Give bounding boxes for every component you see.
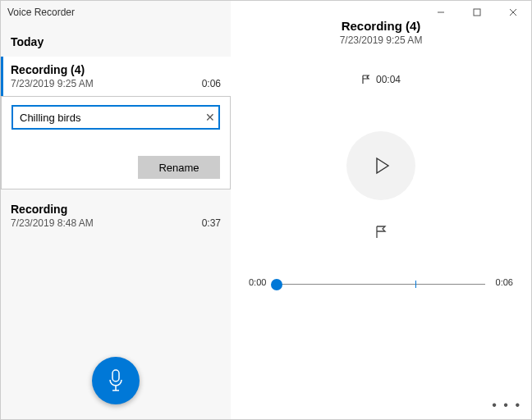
add-marker-button[interactable]: [369, 220, 393, 244]
record-button[interactable]: [92, 357, 140, 404]
position-label: 0:00: [249, 277, 266, 287]
seek-track: [277, 284, 485, 285]
app-window: Voice Recorder Today Recording (4) 7/23/…: [0, 0, 532, 420]
seek-marker-tick: [415, 281, 416, 288]
play-icon: [369, 154, 392, 177]
recording-date: 7/23/2019 8:48 AM: [11, 217, 221, 229]
close-button[interactable]: [495, 1, 531, 24]
duration-label: 0:06: [496, 277, 513, 287]
recording-name: Recording (4): [11, 63, 221, 76]
rename-input[interactable]: [11, 105, 220, 130]
rename-panel: ✕ Rename: [1, 96, 231, 189]
svg-rect-4: [474, 9, 480, 16]
player-date: 7/23/2019 9:25 AM: [231, 34, 531, 46]
recording-duration: 0:06: [202, 78, 221, 89]
svg-rect-0: [112, 370, 119, 381]
recording-item[interactable]: Recording 7/23/2019 8:48 AM 0:37: [1, 196, 231, 235]
seek-bar[interactable]: 0:00 0:06: [249, 272, 513, 297]
rename-button[interactable]: Rename: [138, 156, 220, 179]
app-title: Voice Recorder: [1, 1, 231, 24]
marker-label: 00:04: [231, 74, 531, 85]
seek-thumb[interactable]: [271, 279, 282, 290]
flag-icon: [374, 225, 388, 240]
recording-date: 7/23/2019 9:25 AM: [11, 78, 221, 89]
recording-name: Recording: [11, 203, 221, 216]
recording-item[interactable]: Recording (4) 7/23/2019 9:25 AM 0:06: [1, 57, 231, 96]
sidebar: Voice Recorder Today Recording (4) 7/23/…: [1, 1, 231, 419]
flag-icon: [361, 75, 371, 84]
clear-input-icon[interactable]: ✕: [205, 111, 215, 124]
recording-duration: 0:37: [202, 217, 221, 229]
play-button[interactable]: [346, 131, 415, 200]
window-controls: [423, 1, 531, 24]
microphone-icon: [106, 368, 126, 393]
player-panel: Recording (4) 7/23/2019 9:25 AM 00:04 0:…: [231, 1, 531, 419]
maximize-button[interactable]: [459, 1, 495, 24]
more-button[interactable]: • • •: [492, 398, 521, 413]
minimize-button[interactable]: [423, 1, 459, 24]
section-today: Today: [1, 24, 231, 57]
svg-marker-7: [377, 158, 388, 173]
